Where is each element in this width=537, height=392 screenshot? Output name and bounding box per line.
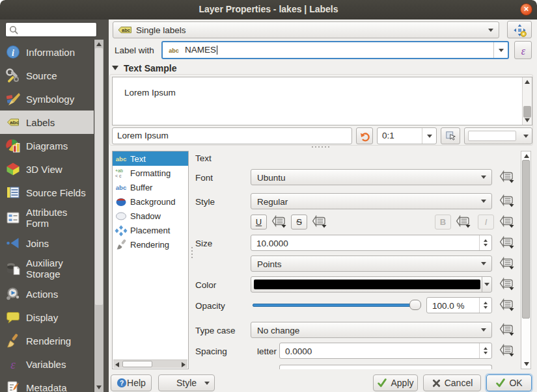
opacity-slider-handle[interactable] [409,300,421,310]
sample-scrollbar-thumb[interactable] [523,106,531,118]
options-scrollbar-thumb[interactable] [522,160,530,319]
letter-spacing-spinbox[interactable]: 0.0000 [279,343,492,359]
tab-list-hscrollbar-thumb[interactable] [122,361,152,367]
size-spinbox[interactable]: 10.0000 [251,235,492,251]
underline-button[interactable]: U [251,215,267,229]
map-scale-picker-button[interactable] [441,127,460,144]
sidebar-item-source-fields[interactable]: Source Fields [0,181,94,204]
help-button[interactable]: ? Help [111,374,152,391]
sidebar-item-symbology[interactable]: Symbology [0,87,94,111]
tab-shadow[interactable]: Shadow [113,209,188,223]
sample-text-input[interactable]: Lorem Ipsum [112,127,352,144]
sample-scrollbar[interactable] [522,77,532,125]
size-value: 10.0000 [256,238,288,248]
size-data-defined-button[interactable] [498,236,515,250]
options-scrollbar[interactable] [521,151,531,369]
actions-icon [5,286,21,302]
window-title: Layer Properties - lakes | Labels [0,4,537,14]
bold-button[interactable]: B [435,215,451,229]
strikeout-data-defined-button[interactable] [310,215,327,229]
labels-icon: abc [5,114,21,130]
layer-properties-dialog: Layer Properties - lakes | Labels × iInf… [0,0,537,392]
font-style-value: Regular [257,196,288,206]
panel-splitter-handle[interactable] [191,247,193,260]
tab-placement[interactable]: Placement [113,223,188,237]
svg-text:abc: abc [122,27,130,33]
ok-button[interactable]: OK [486,374,532,391]
tab-list-hscrollbar[interactable] [113,359,187,368]
attributes-form-icon [5,210,21,226]
label-with-dropdown[interactable] [493,42,508,58]
style-data-defined-button[interactable] [498,194,515,208]
size-units-combobox[interactable]: Points [251,255,492,272]
close-button[interactable]: × [520,3,532,16]
svg-text:ε: ε [521,46,526,57]
cancel-button[interactable]: Cancel [423,374,481,391]
sidebar-item-attributes-form[interactable]: Attributes Form [0,204,94,231]
reset-sample-button[interactable] [356,127,373,144]
opacity-spinbox[interactable]: 100.0 % [426,297,492,313]
tab-background[interactable]: Background [113,194,188,209]
spacing-letter-label: letter [257,346,277,356]
tab-label: Shadow [130,211,161,221]
sidebar-item-labels[interactable]: abcLabels [0,111,94,134]
italic-data-defined-button[interactable] [498,215,515,229]
opacity-data-defined-button[interactable] [498,298,515,312]
source-fields-icon [5,185,21,200]
sidebar-item-metadata[interactable]: Metadata [0,376,94,392]
spacing-data-defined-button[interactable] [498,344,515,358]
strikeout-button[interactable]: S [291,215,307,229]
collapse-arrow-icon[interactable] [112,66,118,70]
word-spacing-spinbox-partial[interactable] [279,365,492,369]
preview-background-combobox[interactable] [464,127,532,144]
font-data-defined-button[interactable] [498,170,515,184]
text-tab-icon: abc [115,153,128,164]
tab-text[interactable]: abcText [113,151,188,166]
svg-text:abc: abc [116,184,126,191]
sidebar-item-joins[interactable]: Joins [0,231,94,255]
units-data-defined-button[interactable] [498,257,515,270]
tab-rendering[interactable]: Rendering [113,237,188,252]
sidebar-item-actions[interactable]: Actions [0,282,94,306]
font-combobox[interactable]: Ubuntu [251,169,492,185]
tab-buffer[interactable]: abcBuffer [113,180,188,194]
sidebar-item-source[interactable]: Source [0,64,94,87]
sidebar-item-display[interactable]: Display [0,306,94,329]
sidebar-item-3d-view[interactable]: 3D View [0,157,94,181]
opacity-slider[interactable] [253,304,417,307]
expression-builder-button[interactable]: ε [514,41,532,59]
underline-data-defined-button[interactable] [270,215,287,229]
type-case-data-defined-button[interactable] [498,323,515,337]
sidebar-item-rendering[interactable]: Rendering [0,329,94,352]
splitter-handle[interactable] [312,146,331,156]
sidebar-item-diagrams[interactable]: Diagrams [0,134,94,157]
bold-data-defined-button[interactable] [454,215,471,229]
italic-button[interactable]: I [478,215,494,229]
preview-scale-combobox[interactable]: 0:1 [377,127,437,144]
sidebar-item-variables[interactable]: εVariables [0,352,94,376]
sidebar-scrollbar-thumb[interactable] [95,48,103,305]
tab-label: Background [130,197,175,207]
style-menu-button[interactable]: Style [158,374,215,391]
apply-button[interactable]: Apply [373,374,418,391]
source-icon [5,68,21,83]
background-tab-icon [115,196,128,207]
label-with-combobox[interactable]: abc NAMES [161,41,509,59]
search-input[interactable] [5,22,97,37]
color-button[interactable] [251,276,492,293]
label-mode-combobox[interactable]: abc Single labels [113,21,499,38]
sidebar-item-label: Information [26,47,91,58]
type-case-value: No change [257,325,299,335]
sample-text-value: Lorem Ipsum [117,131,169,140]
color-data-defined-button[interactable] [498,278,515,291]
titlebar[interactable]: Layer Properties - lakes | Labels × [0,0,537,20]
sidebar-item-auxiliary-storage[interactable]: Auxiliary Storage [0,255,94,282]
sidebar-item-information[interactable]: iInformation [0,40,94,64]
type-case-combobox[interactable]: No change [251,322,492,338]
sidebar-scrollbar[interactable] [94,40,103,392]
automated-placement-settings-button[interactable] [507,21,532,38]
tab-formatting[interactable]: +ab< cFormatting [113,166,188,180]
font-style-combobox[interactable]: Regular [251,193,492,209]
display-icon [5,309,21,325]
formatting-tab-icon: +ab< c [115,168,128,178]
